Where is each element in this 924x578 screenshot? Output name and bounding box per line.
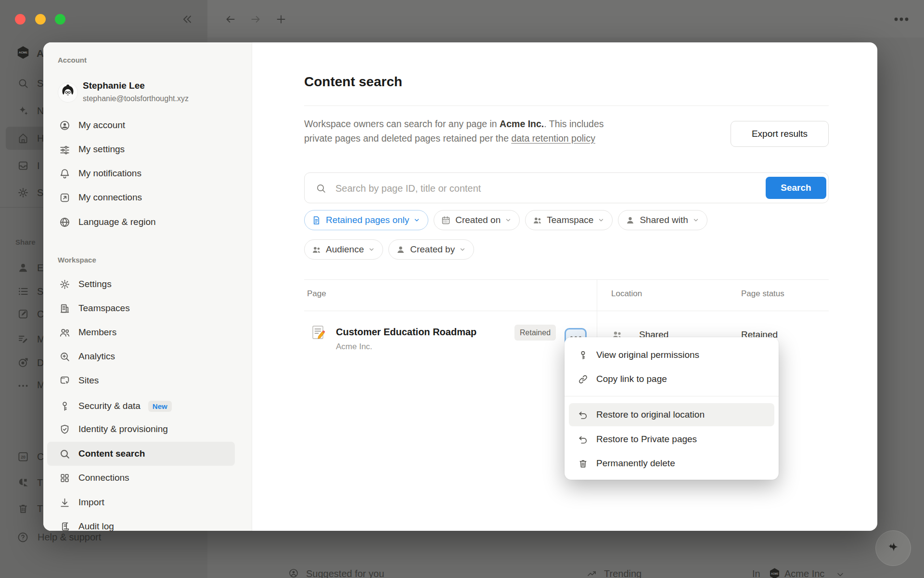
sidebar-collapse-icon[interactable]	[181, 13, 193, 26]
menu-item-label: Copy link to page	[596, 374, 667, 384]
menu-item-restore-original-location[interactable]: Restore to original location	[569, 403, 774, 426]
chevron-down-icon	[413, 217, 420, 223]
sidebar-item-members[interactable]: Members	[47, 320, 235, 344]
more-icon[interactable]	[17, 380, 29, 392]
home-icon[interactable]	[17, 132, 29, 144]
compose-icon[interactable]	[17, 308, 29, 320]
sidebar-item-fragment[interactable]: S	[37, 187, 43, 198]
sidebar-item-analytics[interactable]: Analytics	[47, 344, 235, 368]
menu-item-permanently-delete[interactable]: Permanently delete	[569, 452, 774, 475]
ai-fab-button[interactable]	[875, 530, 911, 566]
member-icon[interactable]	[17, 262, 29, 274]
filter-label: Created by	[410, 244, 455, 255]
menu-item-label: Restore to Private pages	[596, 434, 697, 445]
menu-item-view-original-permissions[interactable]: View original permissions	[569, 343, 774, 367]
target-icon[interactable]	[17, 356, 29, 369]
export-results-button[interactable]: Export results	[731, 121, 829, 147]
sidebar-item-label: Security & data	[78, 401, 141, 411]
filter-row-2: Audience Created by	[304, 239, 474, 260]
description-text: private pages and deleted pages retained…	[304, 133, 511, 144]
filter-chip-retained-pages-only[interactable]: Retained pages only	[304, 210, 428, 230]
sliders-icon	[59, 144, 71, 156]
workspace-name-fragment[interactable]: A	[37, 48, 44, 59]
notes-pencil-icon[interactable]	[17, 333, 29, 345]
gear-icon[interactable]	[17, 186, 29, 199]
sidebar-item-label: Language & region	[78, 217, 156, 227]
sidebar-item-import[interactable]: Import	[47, 490, 235, 514]
sidebar-item-fragment[interactable]: I	[37, 160, 40, 171]
suggested-for-you-label[interactable]: Suggested for you	[306, 568, 384, 578]
sidebar-item-label: My connections	[78, 192, 142, 203]
sidebar-item-my-notifications[interactable]: My notifications	[47, 161, 235, 185]
svg-text:20: 20	[21, 455, 26, 460]
help-icon[interactable]	[16, 531, 29, 544]
trash-icon[interactable]	[17, 502, 29, 515]
sidebar-item-language-region[interactable]: Language & region	[47, 210, 235, 234]
magnifier-plus-icon	[59, 351, 71, 363]
sidebar-item-connections[interactable]: Connections	[47, 466, 235, 490]
list-icon[interactable]	[17, 285, 29, 298]
page-emoji-icon	[310, 325, 326, 340]
window-close-button[interactable]	[15, 14, 26, 25]
sidebar-item-my-account[interactable]: My account	[47, 113, 235, 137]
shapes-icon[interactable]	[17, 476, 29, 489]
filter-chip-audience[interactable]: Audience	[304, 239, 383, 260]
chevron-down-icon[interactable]	[835, 570, 845, 578]
sidebar-item-label: Teamspaces	[78, 303, 130, 314]
sidebar-item-label: Audit log	[78, 521, 114, 532]
data-retention-policy-link[interactable]: data retention policy	[511, 133, 595, 144]
nav-forward-icon[interactable]	[249, 13, 262, 26]
sidebar-item-content-search[interactable]: Content search	[47, 442, 235, 466]
search-icon[interactable]	[17, 77, 29, 90]
sidebar-item-security-data[interactable]: Security & data New	[47, 394, 235, 418]
sidebar-item-my-connections[interactable]: My connections	[47, 185, 235, 210]
people-icon	[59, 327, 71, 339]
sidebar-item-label: My account	[78, 120, 125, 131]
filter-chip-created-on[interactable]: Created on	[434, 210, 520, 230]
sidebar-item-sites[interactable]: Sites	[47, 368, 235, 393]
link-icon	[578, 374, 589, 385]
footer-workspace-name[interactable]: Acme Inc	[784, 568, 824, 578]
chevron-down-icon	[693, 217, 699, 223]
menu-item-copy-link[interactable]: Copy link to page	[569, 368, 774, 391]
sidebar-item-fragment[interactable]: S	[37, 286, 43, 297]
sidebar-item-settings[interactable]: Settings	[47, 272, 235, 296]
trending-label[interactable]: Trending	[604, 568, 642, 578]
person-circle-icon	[59, 119, 71, 131]
sidebar-item-fragment[interactable]: E	[37, 263, 43, 274]
sidebar-item-fragment[interactable]: T	[37, 503, 43, 514]
window-more-icon[interactable]	[893, 13, 910, 26]
search-input[interactable]	[334, 173, 760, 203]
ai-sparkle-icon[interactable]	[17, 105, 29, 117]
row-workspace: Acme Inc.	[336, 342, 372, 352]
filter-chip-teamspace[interactable]: Teamspace	[525, 210, 613, 230]
column-header-page-status[interactable]: Page status	[741, 289, 784, 299]
window-minimize-button[interactable]	[35, 14, 46, 25]
new-tab-icon[interactable]	[275, 13, 287, 26]
sidebar-item-label: Settings	[78, 279, 112, 289]
sidebar-item-identity-provisioning[interactable]: Identity & provisioning	[47, 417, 235, 441]
inbox-icon[interactable]	[17, 159, 29, 172]
description-text: . This includes	[544, 118, 603, 129]
filter-chip-created-by[interactable]: Created by	[388, 239, 474, 260]
sidebar-item-audit-log[interactable]: Audit log	[47, 514, 235, 539]
retained-badge: Retained	[514, 325, 556, 341]
gear-icon	[59, 278, 71, 290]
nav-back-icon[interactable]	[224, 13, 237, 26]
sidebar-item-teamspaces[interactable]: Teamspaces	[47, 296, 235, 320]
sidebar-item-fragment[interactable]: S	[37, 78, 43, 89]
workspace-logo[interactable]: ACME	[15, 45, 31, 60]
calendar-icon[interactable]: 20	[17, 450, 29, 463]
sidebar-item-my-settings[interactable]: My settings	[47, 137, 235, 161]
search-button[interactable]: Search	[766, 177, 826, 199]
window-zoom-button[interactable]	[55, 14, 65, 25]
sidebar-item-label: My notifications	[78, 168, 141, 179]
column-header-location[interactable]: Location	[611, 289, 642, 299]
column-header-page[interactable]: Page	[307, 289, 326, 299]
sidebar-item-fragment[interactable]: T	[37, 477, 43, 488]
trash-icon	[578, 458, 589, 469]
account-section-label: Account	[58, 56, 87, 64]
row-page-title[interactable]: Customer Education Roadmap	[336, 327, 476, 338]
menu-item-restore-private-pages[interactable]: Restore to Private pages	[569, 428, 774, 451]
filter-chip-shared-with[interactable]: Shared with	[618, 210, 707, 230]
